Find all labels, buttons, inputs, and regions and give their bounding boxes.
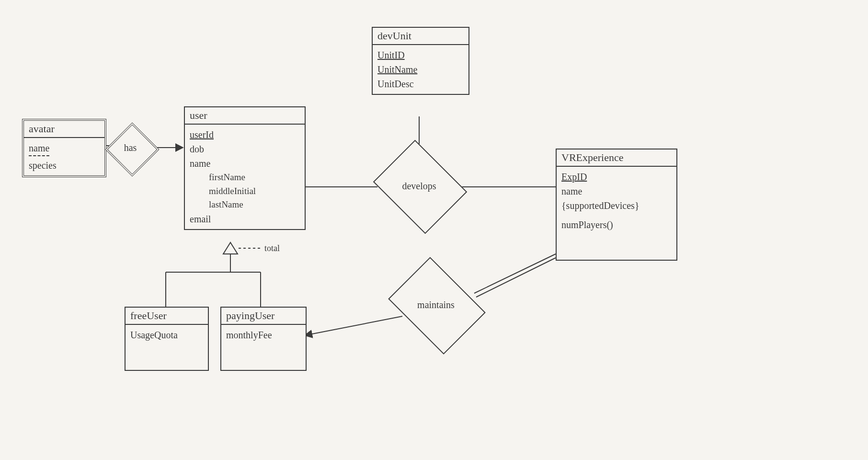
attr-avatar-name: name [29,141,49,156]
relationship-has-label: has [113,130,148,165]
attr-user-dob: dob [190,142,300,156]
attr-vrexp-supporteddevices: {supportedDevices} [561,198,672,213]
entity-vrexperience-title: VRExperience [557,150,676,167]
entity-user-title: user [185,107,305,125]
relationship-has: has [113,130,148,165]
attr-freeuser-usagequota: UsageQuota [130,328,203,342]
entity-avatar: avatar name species [22,119,106,177]
er-diagram-canvas: { "entities": { "avatar": { "title": "av… [0,0,868,460]
relationship-develops: develops [383,157,455,215]
attr-user-middleinitial: middleInitial [209,184,300,198]
entity-avatar-title: avatar [24,121,104,138]
attr-vrexp-name: name [561,184,672,198]
svg-line-6 [474,254,556,293]
entity-vrexperience: VRExperience ExpID name {supportedDevice… [556,149,677,261]
relationship-maintains-label: maintains [398,276,474,334]
entity-freeuser: freeUser UsageQuota [125,307,209,371]
entity-payinguser: payingUser monthlyFee [220,307,307,371]
attr-user-userid: userId [190,127,300,142]
attr-devunit-unitname: UnitName [377,62,464,77]
annotation-total: total [264,243,280,253]
attr-devunit-unitid: UnitID [377,48,464,62]
attr-user-email: email [190,212,300,226]
attr-user-name: name [190,156,300,171]
svg-line-8 [305,316,402,335]
attr-user-firstname: firstName [209,171,300,184]
entity-user: user userId dob name firstName middleIni… [184,106,306,230]
entity-devunit-title: devUnit [373,28,468,45]
attr-vrexp-numplayers: numPlayers() [561,218,672,232]
attr-devunit-unitdesc: UnitDesc [377,77,464,91]
attr-vrexp-expid: ExpID [561,170,672,184]
entity-freeuser-title: freeUser [126,308,208,325]
entity-payinguser-title: payingUser [221,308,306,325]
svg-marker-9 [223,242,238,254]
relationship-develops-label: develops [383,157,455,215]
svg-line-7 [476,258,556,297]
attr-avatar-species: species [29,158,100,172]
attr-payinguser-monthlyfee: monthlyFee [226,328,301,342]
relationship-maintains: maintains [398,276,474,334]
attr-user-lastname: lastName [209,198,300,212]
entity-devunit: devUnit UnitID UnitName UnitDesc [372,27,469,95]
